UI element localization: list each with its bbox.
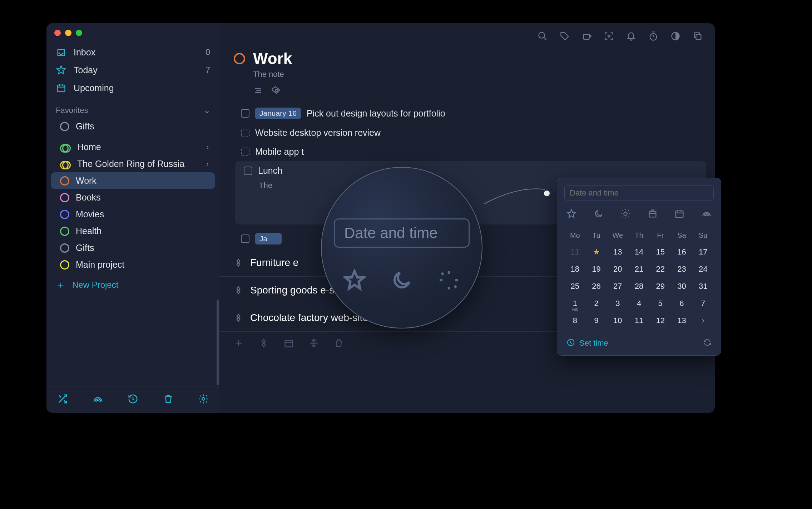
history-icon[interactable] [128, 394, 138, 406]
nav-today-count: 7 [206, 65, 210, 75]
sun-icon[interactable] [620, 209, 630, 220]
delete-icon[interactable] [334, 338, 344, 350]
calendar-day[interactable]: 10 [607, 312, 628, 329]
next-month-button[interactable]: › [692, 312, 714, 329]
checkbox[interactable] [244, 167, 252, 175]
calendar-day[interactable]: 31 [692, 278, 714, 295]
date-badge[interactable]: January 16 [255, 108, 301, 119]
search-tag-icon[interactable] [271, 85, 281, 97]
calendar-day[interactable]: 27 [607, 278, 628, 295]
coffee-icon[interactable] [582, 31, 592, 43]
calendar-day[interactable]: 13 [671, 312, 693, 329]
calendar-icon[interactable] [674, 209, 684, 220]
timer-icon[interactable] [648, 31, 658, 43]
calendar-day[interactable]: 9 [586, 312, 607, 329]
calendar-day[interactable]: 2 [586, 295, 607, 312]
trash-icon[interactable] [163, 394, 174, 406]
svg-rect-12 [676, 211, 683, 218]
calendar-day[interactable]: 6 [671, 295, 693, 312]
calendar-day[interactable]: 29 [650, 278, 671, 295]
calendar-day[interactable]: 1Feb [564, 295, 586, 312]
checkbox[interactable] [241, 234, 249, 243]
nav-today[interactable]: Today 7 [46, 61, 219, 79]
project-main-project[interactable]: Main project [51, 256, 215, 273]
favorite-gifts[interactable]: Gifts [51, 118, 215, 135]
task-row[interactable]: Mobile app t [219, 142, 715, 161]
calendar-day[interactable]: 12 [650, 312, 671, 329]
calendar-day[interactable]: 14 [628, 243, 650, 261]
project-books[interactable]: Books [51, 189, 215, 206]
project-title: Work [253, 50, 292, 68]
star-icon[interactable] [566, 209, 576, 220]
calendar-day[interactable]: 15 [650, 243, 671, 261]
calendar-day[interactable]: 19 [586, 261, 607, 278]
project-work[interactable]: Work [51, 172, 215, 189]
calendar-day[interactable]: 28 [628, 278, 650, 295]
project-the-golden-ring-of-russia[interactable]: The Golden Ring of Russia› [51, 155, 215, 172]
checkbox-recurring[interactable] [241, 129, 249, 137]
calendar-day[interactable]: 21 [628, 261, 650, 278]
close-window[interactable] [54, 30, 61, 36]
bell-icon[interactable] [626, 31, 636, 43]
task-row[interactable]: January 16 Pick out design layouts for p… [219, 103, 715, 123]
calendar-day[interactable]: 7 [692, 295, 714, 312]
set-time-button[interactable]: Set time [579, 338, 608, 348]
calendar-day[interactable]: 8 [564, 312, 586, 329]
calendar-day[interactable]: 23 [671, 261, 693, 278]
moon-icon[interactable] [594, 209, 604, 220]
date-time-input[interactable] [564, 185, 714, 201]
project-movies[interactable]: Movies [51, 206, 215, 223]
calendar-day[interactable]: ★ [586, 243, 607, 261]
refresh-icon[interactable] [703, 338, 712, 348]
project-home[interactable]: Home› [51, 139, 215, 155]
calendar-day[interactable]: 22 [650, 261, 671, 278]
calendar-day[interactable]: 11 [628, 312, 650, 329]
calendar-day[interactable]: 11 [564, 243, 586, 261]
nav-inbox[interactable]: Inbox 0 [46, 43, 219, 61]
calendar-day[interactable]: 30 [671, 278, 693, 295]
calendar-day[interactable]: 5 [650, 295, 671, 312]
weekday-label: Th [628, 227, 650, 243]
calendar-day[interactable]: 26 [586, 278, 607, 295]
checkbox[interactable] [241, 109, 249, 118]
project-gifts[interactable]: Gifts [51, 239, 215, 256]
rainbow-icon[interactable] [702, 209, 712, 220]
calendar-day[interactable]: 3 [607, 295, 628, 312]
rainbow-icon[interactable] [93, 394, 103, 406]
minimize-window[interactable] [65, 30, 71, 36]
move-icon[interactable] [309, 338, 319, 350]
group-icon[interactable] [259, 338, 269, 350]
archive-icon[interactable] [648, 209, 658, 220]
search-icon[interactable] [538, 31, 548, 43]
calendar-day[interactable]: 13 [607, 243, 628, 261]
contrast-icon[interactable] [670, 31, 680, 43]
new-project-button[interactable]: ＋ New Project [46, 273, 219, 297]
task-label: Mobile app t [255, 147, 304, 157]
calendar-day[interactable]: 25 [564, 278, 586, 295]
shuffle-icon[interactable] [57, 394, 68, 406]
plus-icon: ＋ [56, 278, 66, 292]
copy-icon[interactable] [693, 31, 703, 43]
favorites-header[interactable]: Favorites ⌄ [46, 102, 219, 118]
nav-upcoming[interactable]: Upcoming [46, 79, 219, 97]
calendar-day[interactable]: 24 [692, 261, 714, 278]
callout-dot [544, 191, 550, 196]
schedule-icon[interactable] [284, 338, 294, 350]
date-badge[interactable]: Ja [255, 233, 282, 244]
calendar-day[interactable]: 16 [671, 243, 693, 261]
project-health[interactable]: Health [51, 223, 215, 239]
scrollbar[interactable] [217, 300, 219, 385]
task-row[interactable]: Website desktop version review [219, 123, 715, 142]
maximize-window[interactable] [76, 30, 82, 36]
list-icon[interactable] [253, 85, 263, 97]
add-task-icon[interactable] [234, 338, 244, 350]
calendar-day[interactable]: 20 [607, 261, 628, 278]
calendar-day[interactable]: 17 [692, 243, 714, 261]
tag-icon[interactable] [560, 31, 570, 43]
focus-icon[interactable] [604, 31, 614, 43]
settings-icon[interactable] [198, 394, 209, 406]
inbox-icon [56, 47, 66, 58]
checkbox-recurring[interactable] [241, 148, 249, 156]
calendar-day[interactable]: 4 [628, 295, 650, 312]
calendar-day[interactable]: 18 [564, 261, 586, 278]
